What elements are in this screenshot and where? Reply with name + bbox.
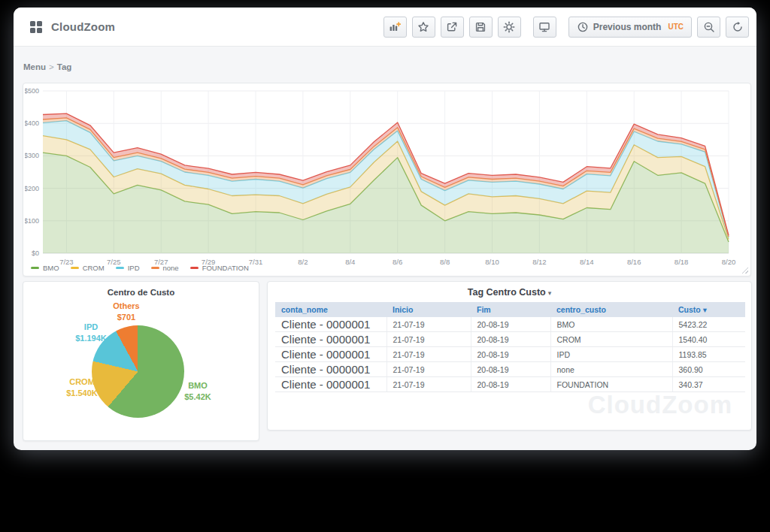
table-cell: Cliente - 0000001 bbox=[275, 332, 387, 347]
table-header-row: conta_nomeInicioFimcentro_custoCusto ▾ bbox=[275, 302, 745, 317]
svg-text:8/18: 8/18 bbox=[675, 258, 689, 266]
share-button[interactable] bbox=[441, 17, 464, 38]
svg-text:8/10: 8/10 bbox=[485, 258, 499, 266]
favorite-button[interactable] bbox=[412, 17, 435, 38]
column-header-fim[interactable]: Fim bbox=[471, 302, 550, 317]
data-table: conta_nomeInicioFimcentro_custoCusto ▾ C… bbox=[275, 302, 745, 392]
table-cell: Cliente - 0000001 bbox=[275, 317, 387, 332]
save-icon bbox=[474, 21, 487, 33]
zoom-button[interactable] bbox=[697, 17, 720, 38]
share-icon bbox=[446, 21, 458, 33]
pie-chart-title: Centro de Custo bbox=[23, 288, 259, 297]
svg-text:8/8: 8/8 bbox=[440, 258, 450, 266]
breadcrumb: Menu>Tag bbox=[23, 62, 71, 71]
breadcrumb-separator: > bbox=[49, 62, 54, 71]
table-cell: Cliente - 0000001 bbox=[275, 347, 387, 362]
legend-swatch bbox=[71, 267, 79, 269]
save-button[interactable] bbox=[469, 17, 493, 38]
table-cell: 21-07-19 bbox=[387, 332, 471, 347]
svg-text:$100: $100 bbox=[25, 217, 39, 225]
pie-label-crom: CROM$1.540K bbox=[52, 376, 112, 400]
table-cell: 21-07-19 bbox=[387, 362, 471, 377]
page-background: { "app": { "title": "CloudZoom" }, "tool… bbox=[0, 0, 770, 532]
table-cell: 20-08-19 bbox=[471, 362, 550, 377]
pie-label-ipd: IPD$1.194K bbox=[61, 322, 121, 345]
column-header-centro_custo[interactable]: centro_custo bbox=[550, 302, 672, 317]
pie-chart-panel: Centro de Custo BMO$5.42K CROM$1.540K IP… bbox=[23, 281, 259, 441]
legend-item-ipd[interactable]: IPD bbox=[116, 264, 140, 272]
table-cell: BMO bbox=[550, 317, 672, 332]
area-chart-panel: $0$100$200$300$400$5007/237/257/277/297/… bbox=[23, 83, 751, 277]
zoom-out-icon bbox=[703, 21, 715, 33]
grid-logo-icon bbox=[30, 21, 42, 33]
table-row[interactable]: Cliente - 000000121-07-1920-08-19IPD1193… bbox=[275, 347, 745, 362]
svg-text:$0: $0 bbox=[32, 249, 39, 257]
table-cell: 1540.40 bbox=[672, 332, 745, 347]
stacked-area-chart[interactable]: $0$100$200$300$400$5007/237/257/277/297/… bbox=[25, 86, 747, 270]
table-cell: 20-08-19 bbox=[471, 377, 550, 392]
table-cell: FOUNDATION bbox=[550, 377, 672, 392]
table-cell: 340.37 bbox=[672, 377, 745, 392]
table-cell: 21-07-19 bbox=[387, 317, 471, 332]
display-mode-button[interactable] bbox=[533, 17, 556, 38]
column-header-custo[interactable]: Custo ▾ bbox=[672, 302, 745, 317]
refresh-icon bbox=[732, 21, 744, 33]
settings-gear-icon bbox=[503, 21, 515, 33]
svg-text:8/12: 8/12 bbox=[532, 258, 547, 266]
sort-caret-icon: ▾ bbox=[701, 305, 707, 314]
brand: CloudZoom bbox=[30, 20, 115, 33]
breadcrumb-menu-link[interactable]: Menu bbox=[23, 62, 46, 71]
table-title[interactable]: Tag Centro Custo▾ bbox=[268, 287, 751, 298]
legend-swatch bbox=[151, 267, 159, 269]
app-window: CloudZoom bbox=[14, 8, 756, 450]
svg-text:8/14: 8/14 bbox=[580, 258, 594, 266]
svg-text:8/4: 8/4 bbox=[345, 258, 355, 266]
refresh-button[interactable] bbox=[726, 17, 749, 38]
svg-text:$200: $200 bbox=[25, 185, 39, 192]
legend-item-none[interactable]: none bbox=[151, 264, 179, 272]
column-header-inicio[interactable]: Inicio bbox=[387, 302, 471, 317]
monitor-icon bbox=[538, 21, 550, 33]
table-cell: 5423.22 bbox=[672, 317, 745, 332]
legend-item-bmo[interactable]: BMO bbox=[31, 264, 59, 272]
add-report-button[interactable] bbox=[383, 17, 407, 38]
table-cell: Cliente - 0000001 bbox=[275, 377, 387, 392]
legend-label: FOUNDATION bbox=[202, 264, 249, 272]
table-panel: Tag Centro Custo▾ conta_nomeInicioFimcen… bbox=[267, 281, 752, 431]
table-row[interactable]: Cliente - 000000121-07-1920-08-19none360… bbox=[275, 362, 745, 377]
svg-text:8/2: 8/2 bbox=[298, 258, 308, 266]
table-cell: 21-07-19 bbox=[387, 347, 471, 362]
utc-badge: UTC bbox=[668, 23, 684, 31]
table-cell: CROM bbox=[550, 332, 672, 347]
previous-month-label: Previous month bbox=[593, 22, 662, 32]
column-header-conta_nome[interactable]: conta_nome bbox=[275, 302, 387, 317]
previous-month-button[interactable]: Previous month UTC bbox=[568, 17, 692, 38]
table-cell: 1193.85 bbox=[672, 347, 745, 362]
legend-swatch bbox=[31, 267, 39, 269]
svg-text:8/6: 8/6 bbox=[393, 258, 402, 266]
table-row[interactable]: Cliente - 000000121-07-1920-08-19CROM154… bbox=[275, 332, 745, 347]
legend-label: CROM bbox=[83, 264, 105, 272]
svg-text:$500: $500 bbox=[25, 87, 39, 95]
table-cell: IPD bbox=[550, 347, 672, 362]
table-cell: 21-07-19 bbox=[387, 377, 471, 392]
legend-item-crom[interactable]: CROM bbox=[71, 264, 105, 272]
pie-label-bmo: BMO$5.42K bbox=[168, 380, 228, 404]
table-cell: 20-08-19 bbox=[471, 347, 550, 362]
chevron-down-icon: ▾ bbox=[548, 289, 552, 297]
table-cell: 20-08-19 bbox=[471, 317, 550, 332]
breadcrumb-tag-link[interactable]: Tag bbox=[57, 62, 72, 71]
clock-icon bbox=[577, 21, 589, 33]
svg-text:$300: $300 bbox=[25, 152, 39, 159]
table-row[interactable]: Cliente - 000000121-07-1920-08-19BMO5423… bbox=[275, 317, 745, 332]
table-cell: 360.90 bbox=[672, 362, 745, 377]
svg-text:$400: $400 bbox=[25, 119, 39, 127]
legend-swatch bbox=[116, 267, 124, 269]
favorite-star-icon bbox=[417, 21, 429, 33]
svg-text:8/16: 8/16 bbox=[627, 258, 641, 266]
table-row[interactable]: Cliente - 000000121-07-1920-08-19FOUNDAT… bbox=[275, 377, 745, 392]
svg-text:8/20: 8/20 bbox=[722, 258, 736, 266]
table-cell: none bbox=[550, 362, 672, 377]
settings-button[interactable] bbox=[498, 17, 521, 38]
legend-item-foundation[interactable]: FOUNDATION bbox=[190, 264, 249, 272]
